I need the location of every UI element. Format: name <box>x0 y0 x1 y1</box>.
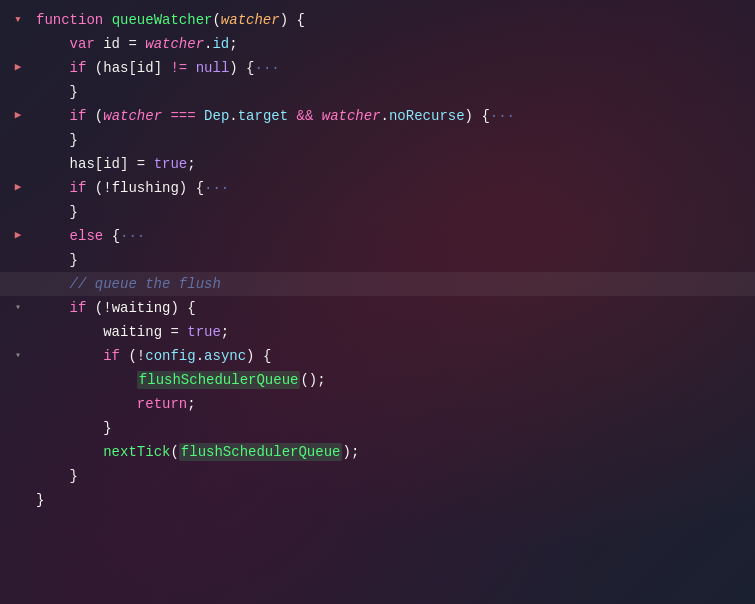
code-line-11: } <box>0 248 755 272</box>
code-text-10: else {··· <box>36 225 755 247</box>
arrow-icon-10: ▶ <box>15 227 22 245</box>
code-editor: ▾ function queueWatcher(watcher) { var i… <box>0 0 755 604</box>
code-line-13: ▾ if (!waiting) { <box>0 296 755 320</box>
arrow-icon-5: ▶ <box>15 107 22 125</box>
gutter-15: ▾ <box>0 348 36 364</box>
code-text-11: } <box>36 249 755 271</box>
code-line-2: var id = watcher.id; <box>0 32 755 56</box>
code-line-9: } <box>0 200 755 224</box>
code-text-15: if (!config.async) { <box>36 345 755 367</box>
gutter-1: ▾ <box>0 10 36 31</box>
chevron-down-icon-15: ▾ <box>15 348 21 364</box>
code-text-17: return; <box>36 393 755 415</box>
code-text-19: nextTick(flushSchedulerQueue); <box>36 441 755 463</box>
code-line-4: } <box>0 80 755 104</box>
code-text-16: flushSchedulerQueue(); <box>36 369 755 391</box>
code-line-18: } <box>0 416 755 440</box>
code-line-20: } <box>0 464 755 488</box>
code-text-14: waiting = true; <box>36 321 755 343</box>
code-line-21: } <box>0 488 755 512</box>
code-text-4: } <box>36 81 755 103</box>
code-line-12: // queue the flush <box>0 272 755 296</box>
gutter-8: ▶ <box>0 179 36 197</box>
code-line-1: ▾ function queueWatcher(watcher) { <box>0 8 755 32</box>
chevron-down-icon: ▾ <box>14 10 22 31</box>
chevron-down-icon-13: ▾ <box>15 300 21 316</box>
code-line-3: ▶ if (has[id] != null) {··· <box>0 56 755 80</box>
code-line-8: ▶ if (!flushing) {··· <box>0 176 755 200</box>
code-line-14: waiting = true; <box>0 320 755 344</box>
code-line-7: has[id] = true; <box>0 152 755 176</box>
code-line-17: return; <box>0 392 755 416</box>
code-text-9: } <box>36 201 755 223</box>
gutter-13: ▾ <box>0 300 36 316</box>
code-line-16: flushSchedulerQueue(); <box>0 368 755 392</box>
code-text-12: // queue the flush <box>36 273 755 295</box>
code-line-19: nextTick(flushSchedulerQueue); <box>0 440 755 464</box>
gutter-10: ▶ <box>0 227 36 245</box>
code-text-1: function queueWatcher(watcher) { <box>36 9 755 31</box>
code-line-5: ▶ if (watcher === Dep.target && watcher.… <box>0 104 755 128</box>
code-text-6: } <box>36 129 755 151</box>
code-container: ▾ function queueWatcher(watcher) { var i… <box>0 0 755 520</box>
code-text-3: if (has[id] != null) {··· <box>36 57 755 79</box>
code-text-18: } <box>36 417 755 439</box>
arrow-icon-3: ▶ <box>15 59 22 77</box>
code-line-15: ▾ if (!config.async) { <box>0 344 755 368</box>
code-text-13: if (!waiting) { <box>36 297 755 319</box>
code-text-5: if (watcher === Dep.target && watcher.no… <box>36 105 755 127</box>
code-text-8: if (!flushing) {··· <box>36 177 755 199</box>
gutter-3: ▶ <box>0 59 36 77</box>
gutter-5: ▶ <box>0 107 36 125</box>
code-text-2: var id = watcher.id; <box>36 33 755 55</box>
code-line-10: ▶ else {··· <box>0 224 755 248</box>
code-text-7: has[id] = true; <box>36 153 755 175</box>
code-text-20: } <box>36 465 755 487</box>
code-text-21: } <box>36 489 755 511</box>
arrow-icon-8: ▶ <box>15 179 22 197</box>
code-line-6: } <box>0 128 755 152</box>
